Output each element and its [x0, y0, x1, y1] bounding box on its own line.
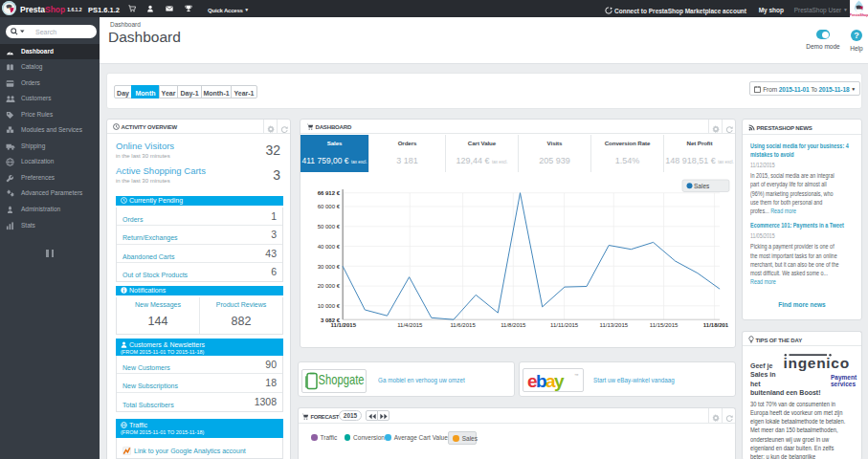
svg-text:Sales: Sales — [694, 182, 710, 188]
svg-text:11/13/2015: 11/13/2015 — [600, 321, 629, 327]
svg-text:ebay: ebay — [527, 371, 565, 391]
svg-text:50 000 €: 50 000 € — [318, 224, 341, 230]
svg-text:11/4/2015: 11/4/2015 — [397, 321, 423, 327]
svg-text:ingenico: ingenico — [784, 355, 850, 371]
svg-text:11/1/2015: 11/1/2015 — [331, 321, 357, 327]
svg-text:PrestaShop: PrestaShop — [850, 13, 868, 17]
svg-text:™: ™ — [574, 373, 579, 378]
svg-text:40 000 €: 40 000 € — [318, 243, 341, 249]
svg-text:20 000 €: 20 000 € — [318, 283, 341, 289]
svg-text:30 000 €: 30 000 € — [318, 263, 341, 269]
svg-text:Shopgate: Shopgate — [318, 370, 364, 386]
svg-text:11/11/2015: 11/11/2015 — [550, 321, 579, 327]
svg-text:11/15/2015: 11/15/2015 — [650, 321, 679, 327]
svg-text:66 912 €: 66 912 € — [318, 190, 341, 196]
svg-text:11/6/2015: 11/6/2015 — [450, 321, 476, 327]
svg-text:11/18/201: 11/18/201 — [703, 321, 729, 327]
svg-text:11/8/2015: 11/8/2015 — [501, 321, 526, 327]
svg-text:60 000 €: 60 000 € — [318, 204, 341, 209]
svg-text:10 000 €: 10 000 € — [318, 303, 341, 309]
